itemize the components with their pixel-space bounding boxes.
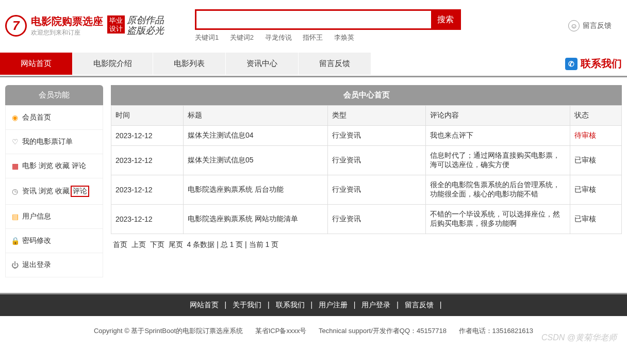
cell-status: 待审核 [570, 126, 622, 146]
keyword-link[interactable]: 寻龙传说 [265, 34, 292, 41]
cell-status: 已审核 [570, 146, 622, 175]
slogan-script: 原创作品 盗版必光 [127, 15, 164, 36]
cell-type: 行业资讯 [328, 175, 426, 205]
cell-content: 我也来点评下 [426, 126, 570, 146]
page-prev[interactable]: 上页 [131, 240, 146, 249]
sidebar-item-user[interactable]: ▤ 用户信息 [6, 205, 103, 229]
cell-content: 信息时代了；通过网络直接购买电影票，海可以选座位，确实方便 [426, 146, 570, 175]
table-row: 2023-12-12 电影院选座购票系统 网站功能清单 行业资讯 不错的一个毕设… [111, 205, 622, 234]
logo[interactable]: 7 电影院购票选座 欢迎您到来和订座 毕业设计 原创作品 盗版必光 [5, 14, 164, 37]
headset-icon: ☺ [568, 20, 580, 31]
film-icon: ▦ [11, 162, 19, 170]
footer-link[interactable]: 留言反馈 [405, 301, 434, 309]
pagination: 首页 上页 下页 尾页 4 条数据 | 总 1 页 | 当前 1 页 [111, 234, 622, 256]
cell-content: 不错的一个毕设系统，可以选择座位，然后购买电影票，很多功能啊 [426, 205, 570, 234]
footer-info: Copyright © 基于SprintBoot的电影院订票选座系统 某省ICP… [0, 316, 627, 346]
page-next[interactable]: 下页 [150, 240, 164, 249]
table-row: 2023-12-12 媒体关注测试信息04 行业资讯 我也来点评下 待审核 [111, 126, 622, 146]
nav-home[interactable]: 网站首页 [0, 53, 73, 75]
footer-link[interactable]: 联系我们 [276, 301, 305, 309]
watermark: CSDN @黄菊华老师 [541, 333, 617, 343]
sidebar: 会员功能 ◉ 会员首页 ♡ 我的电影票订单 ▦ 电影 浏览 收藏 评论 ◷ 资 [5, 85, 103, 277]
contact-us[interactable]: ✆ 联系我们 [565, 53, 627, 75]
keyword-link[interactable]: 李焕英 [334, 34, 354, 41]
cell-content: 很全的电影院售票系统的后台管理系统，功能很全面，核心的电影功能不错 [426, 175, 570, 205]
col-content: 评论内容 [426, 106, 570, 126]
cell-title: 媒体关注测试信息05 [184, 146, 328, 175]
main-title: 会员中心首页 [111, 85, 622, 105]
phone-icon: ✆ [565, 58, 578, 70]
cell-time: 2023-12-12 [111, 205, 184, 234]
footer-link[interactable]: 用户登录 [361, 301, 390, 309]
footer-nav: 网站首页 | 关于我们 | 联系我们 | 用户注册 | 用户登录 | 留言反馈 … [0, 294, 627, 316]
footer-link[interactable]: 关于我们 [233, 301, 261, 309]
cell-title: 媒体关注测试信息04 [184, 126, 328, 146]
brand-title: 电影院购票选座 [31, 14, 103, 28]
page-first[interactable]: 首页 [113, 240, 127, 249]
cell-status: 已审核 [570, 175, 622, 205]
sidebar-item-news[interactable]: ◷ 资讯 浏览 收藏 评论 [6, 178, 103, 205]
nav-feedback[interactable]: 留言反馈 [299, 53, 371, 75]
highlight-comment[interactable]: 评论 [71, 186, 89, 197]
col-time: 时间 [111, 106, 184, 126]
sidebar-item-orders[interactable]: ♡ 我的电影票订单 [6, 130, 103, 154]
nav-cinema[interactable]: 电影院介绍 [73, 53, 153, 75]
lock-icon: 🔒 [11, 237, 19, 245]
comments-table: 时间 标题 类型 评论内容 状态 2023-12-12 媒体关注测试信息04 行… [111, 105, 622, 234]
cell-type: 行业资讯 [328, 146, 426, 175]
cell-status: 已审核 [570, 205, 622, 234]
table-row: 2023-12-12 媒体关注测试信息05 行业资讯 信息时代了；通过网络直接购… [111, 146, 622, 175]
nav-movies[interactable]: 电影列表 [153, 53, 226, 75]
slogan-badge: 毕业设计 [107, 15, 125, 34]
col-type: 类型 [328, 106, 426, 126]
logo-icon: 7 [12, 19, 19, 33]
power-icon: ⏻ [11, 261, 19, 269]
sidebar-item-home[interactable]: ◉ 会员首页 [6, 106, 103, 130]
cell-time: 2023-12-12 [111, 146, 184, 175]
keyword-link[interactable]: 关键词2 [230, 34, 254, 41]
page-last[interactable]: 尾页 [169, 240, 183, 249]
user-icon: ▤ [11, 212, 19, 221]
main-panel: 会员中心首页 时间 标题 类型 评论内容 状态 2023-12-12 媒体关注测… [111, 85, 622, 277]
feedback-link[interactable]: ☺ 留言反馈 [568, 20, 612, 31]
cell-time: 2023-12-12 [111, 126, 184, 146]
main-nav: 网站首页 电影院介绍 电影列表 资讯中心 留言反馈 ✆ 联系我们 [0, 53, 627, 75]
search-box: 搜索 [195, 9, 461, 30]
table-row: 2023-12-12 电影院选座购票系统 后台功能 行业资讯 很全的电影院售票系… [111, 175, 622, 205]
cell-title: 电影院选座购票系统 后台功能 [184, 175, 328, 205]
cell-type: 行业资讯 [328, 126, 426, 146]
col-status: 状态 [570, 106, 622, 126]
home-icon: ◉ [11, 113, 19, 122]
brand-subtitle: 欢迎您到来和订座 [31, 28, 103, 37]
search-input[interactable] [196, 11, 431, 28]
cell-title: 电影院选座购票系统 网站功能清单 [184, 205, 328, 234]
col-title: 标题 [184, 106, 328, 126]
keywords: 关键词1 关键词2 寻龙传说 指怀王 李焕英 [195, 33, 461, 42]
sidebar-item-movie[interactable]: ▦ 电影 浏览 收藏 评论 [6, 154, 103, 178]
clock-icon: ◷ [11, 187, 19, 195]
sidebar-title: 会员功能 [5, 85, 103, 105]
keyword-link[interactable]: 指怀王 [303, 34, 323, 41]
page-info: 4 条数据 | 总 1 页 | 当前 1 页 [187, 240, 279, 249]
sidebar-item-password[interactable]: 🔒 密码修改 [6, 229, 103, 253]
ticket-icon: ♡ [11, 138, 19, 146]
cell-time: 2023-12-12 [111, 175, 184, 205]
nav-news[interactable]: 资讯中心 [226, 53, 299, 75]
cell-type: 行业资讯 [328, 205, 426, 234]
footer-link[interactable]: 用户注册 [319, 301, 348, 309]
search-button[interactable]: 搜索 [431, 11, 459, 28]
sidebar-item-logout[interactable]: ⏻ 退出登录 [6, 253, 103, 277]
keyword-link[interactable]: 关键词1 [195, 34, 219, 41]
footer-link[interactable]: 网站首页 [190, 301, 219, 309]
